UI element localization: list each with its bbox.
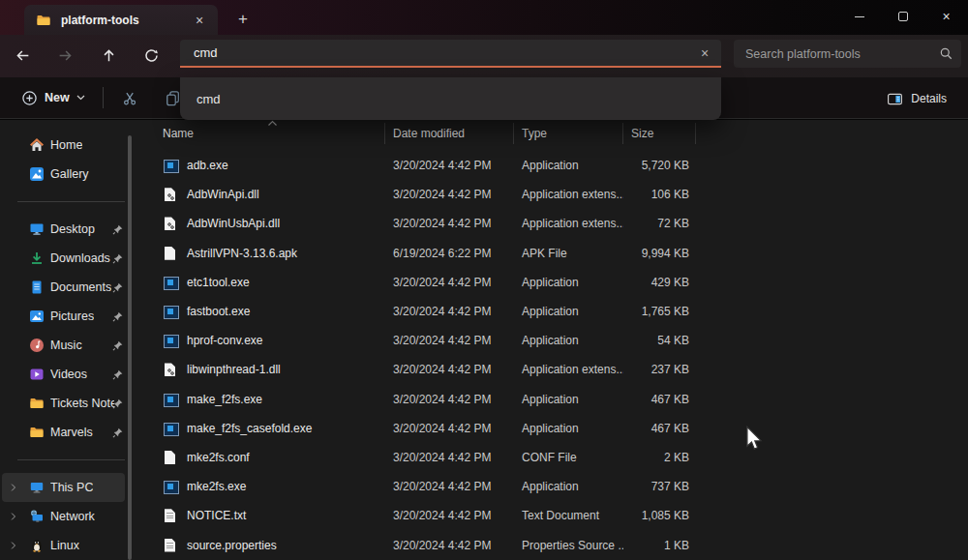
file-size: 467 KB: [623, 393, 696, 406]
suggestion-item-cmd[interactable]: cmd: [180, 77, 721, 120]
refresh-button[interactable]: [136, 40, 167, 72]
column-header-name[interactable]: Name: [140, 123, 385, 144]
pin-icon: [111, 310, 124, 323]
back-button[interactable]: [7, 40, 39, 72]
sidebar-item-label: Linux: [50, 539, 79, 552]
maximize-button[interactable]: [881, 0, 924, 33]
file-name: hprof-conv.exe: [187, 334, 263, 347]
sidebar-item-desktop[interactable]: Desktop: [2, 215, 125, 244]
chevron-right-icon[interactable]: [8, 511, 19, 522]
text-file-icon: [163, 538, 178, 553]
column-header-date-modified[interactable]: Date modified: [385, 123, 514, 144]
up-button[interactable]: [93, 40, 125, 72]
minimize-icon: [855, 16, 864, 17]
sidebar-item-downloads[interactable]: Downloads: [2, 244, 125, 273]
file-row[interactable]: source.properties 3/20/2024 4:42 PM Prop…: [140, 530, 968, 559]
sidebar-item-tickets-notes[interactable]: Tickets Notes: [2, 389, 125, 418]
sidebar-item-label: Desktop: [50, 222, 95, 236]
sidebar-item-videos[interactable]: Videos: [2, 360, 125, 389]
file-type: Properties Source ...: [514, 539, 623, 552]
documents-icon: [29, 280, 45, 295]
chevron-right-icon[interactable]: [8, 482, 19, 493]
search-icon: [939, 46, 953, 61]
pin-icon: [111, 252, 124, 265]
folder-icon: [29, 425, 45, 440]
sidebar-item-home[interactable]: Home: [2, 131, 125, 160]
address-clear-icon[interactable]: ×: [692, 42, 717, 65]
explorer-tab[interactable]: platform-tools ×: [24, 5, 218, 35]
file-type: Application: [514, 393, 623, 406]
file-row[interactable]: make_f2fs_casefold.exe 3/20/2024 4:42 PM…: [140, 414, 968, 443]
chevron-right-icon[interactable]: [8, 540, 19, 551]
videos-icon: [29, 367, 45, 382]
file-row[interactable]: etc1tool.exe 3/20/2024 4:42 PM Applicati…: [140, 268, 968, 297]
file-date-modified: 3/20/2024 4:42 PM: [385, 509, 514, 522]
file-size: 9,994 KB: [623, 247, 696, 260]
file-row[interactable]: AdbWinUsbApi.dll 3/20/2024 4:42 PM Appli…: [140, 209, 968, 238]
new-tab-button[interactable]: +: [230, 7, 256, 32]
file-row[interactable]: adb.exe 3/20/2024 4:42 PM Application 5,…: [140, 151, 968, 180]
file-size: 737 KB: [623, 480, 696, 493]
text-file-icon: [163, 508, 178, 523]
music-icon: [29, 338, 45, 353]
sidebar-item-linux[interactable]: Linux: [2, 531, 125, 560]
new-button[interactable]: New: [12, 82, 95, 113]
sidebar-item-network[interactable]: Network: [2, 502, 125, 531]
file-row[interactable]: mke2fs.conf 3/20/2024 4:42 PM CONF File …: [140, 443, 968, 472]
file-row[interactable]: hprof-conv.exe 3/20/2024 4:42 PM Applica…: [140, 326, 968, 355]
pin-icon: [111, 368, 124, 381]
dll-file-icon: [163, 187, 178, 202]
search-placeholder: Search platform-tools: [745, 47, 939, 61]
file-name: libwinpthread-1.dll: [187, 363, 281, 376]
file-name: make_f2fs_casefold.exe: [187, 422, 312, 435]
file-row[interactable]: libwinpthread-1.dll 3/20/2024 4:42 PM Ap…: [140, 355, 968, 384]
exe-file-icon: [163, 392, 178, 407]
file-type: Application: [514, 422, 623, 435]
sidebar-item-gallery[interactable]: Gallery: [2, 160, 125, 189]
sidebar-item-this-pc[interactable]: This PC: [2, 473, 125, 502]
file-name: make_f2fs.exe: [187, 393, 262, 406]
file-row[interactable]: mke2fs.exe 3/20/2024 4:42 PM Application…: [140, 472, 968, 501]
column-header-size[interactable]: Size: [623, 123, 696, 144]
sidebar-item-label: This PC: [50, 481, 93, 494]
file-size: 72 KB: [623, 217, 696, 230]
sidebar-item-pictures[interactable]: Pictures: [2, 302, 125, 331]
sidebar-item-documents[interactable]: Documents: [2, 273, 125, 302]
close-button[interactable]: ×: [924, 0, 968, 33]
file-size: 1,765 KB: [623, 305, 696, 318]
file-name: adb.exe: [187, 159, 228, 172]
copy-icon: [165, 90, 181, 106]
address-bar[interactable]: ×: [180, 40, 721, 68]
file-type: Application extens...: [514, 188, 623, 201]
sidebar-separator: [17, 459, 125, 460]
file-date-modified: 3/20/2024 4:42 PM: [385, 451, 514, 464]
sidebar-item-label: Tickets Notes: [50, 397, 114, 410]
address-input[interactable]: [180, 45, 692, 60]
scissors-icon: [122, 90, 138, 106]
sidebar-list: Home Gallery Desktop Downloads Documents…: [0, 131, 140, 560]
cut-button[interactable]: [113, 82, 148, 113]
new-button-label: New: [45, 91, 70, 104]
file-row[interactable]: make_f2fs.exe 3/20/2024 4:42 PM Applicat…: [140, 385, 968, 414]
file-name: mke2fs.conf: [187, 451, 250, 464]
tab-close-icon[interactable]: ×: [189, 10, 210, 31]
search-box[interactable]: Search platform-tools: [734, 40, 961, 68]
file-name: AdbWinUsbApi.dll: [187, 217, 280, 230]
sidebar-scrollbar[interactable]: [128, 135, 132, 560]
exe-file-icon: [163, 158, 178, 173]
file-row[interactable]: AdbWinApi.dll 3/20/2024 4:42 PM Applicat…: [140, 180, 968, 209]
minimize-button[interactable]: [837, 0, 881, 33]
file-name: etc1tool.exe: [187, 276, 250, 289]
sidebar-item-marvels[interactable]: Marvels: [2, 418, 125, 447]
exe-file-icon: [163, 333, 178, 348]
dll-file-icon: [163, 216, 178, 231]
file-row[interactable]: AstrillVPN-3.13.6.apk 6/19/2024 6:22 PM …: [140, 239, 968, 268]
file-row[interactable]: NOTICE.txt 3/20/2024 4:42 PM Text Docume…: [140, 501, 968, 530]
file-type: Text Document: [514, 509, 623, 522]
details-button[interactable]: Details: [879, 83, 954, 114]
file-list: Name Date modified Type Size adb.exe 3/2…: [140, 120, 968, 560]
column-header-type[interactable]: Type: [514, 123, 623, 144]
forward-button[interactable]: [49, 40, 81, 72]
file-row[interactable]: fastboot.exe 3/20/2024 4:42 PM Applicati…: [140, 297, 968, 326]
sidebar-item-music[interactable]: Music: [2, 331, 125, 360]
